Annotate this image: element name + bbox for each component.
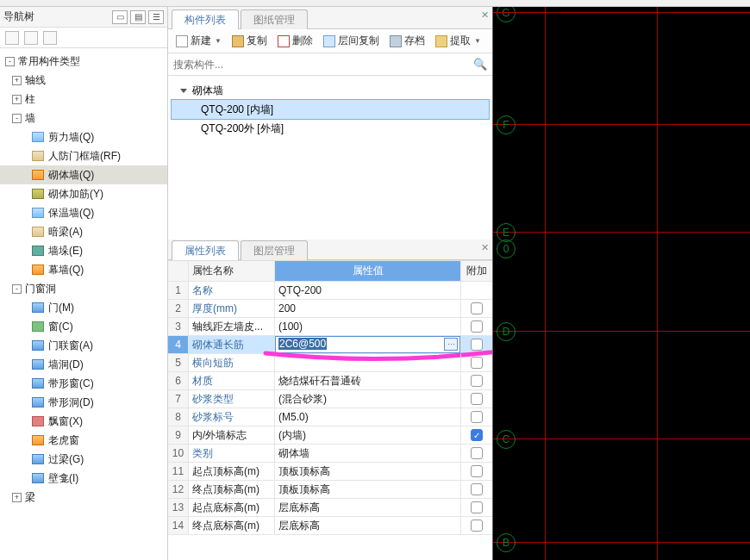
property-value[interactable]: 烧结煤矸石普通砖	[275, 372, 461, 389]
tree-group[interactable]: +梁	[0, 488, 167, 507]
property-attach[interactable]	[461, 481, 492, 498]
property-attach[interactable]	[461, 372, 492, 389]
delete-button[interactable]: 删除	[275, 32, 316, 51]
checkbox[interactable]	[471, 357, 483, 369]
property-row[interactable]: 12终点顶标高(m)顶板顶标高	[168, 481, 492, 499]
property-attach[interactable]	[461, 408, 492, 426]
tree-item[interactable]: 墙垛(E)	[0, 241, 167, 260]
tree-group[interactable]: +柱	[0, 90, 167, 109]
extract-button[interactable]: 提取▼	[433, 32, 484, 51]
property-row[interactable]: 13起点底标高(m)层底标高	[168, 499, 492, 517]
property-row[interactable]: 3轴线距左墙皮...(100)	[168, 318, 492, 336]
nav-view2-icon[interactable]: ▤	[130, 10, 146, 24]
property-row[interactable]: 10类别砌体墙	[168, 445, 492, 463]
property-value[interactable]: 2C6@500⋯	[275, 336, 461, 353]
tab-drawing-manage[interactable]: 图纸管理	[241, 9, 308, 29]
checkbox[interactable]	[471, 375, 483, 387]
tree-item[interactable]: 老虎窗	[0, 431, 167, 450]
property-value[interactable]: 顶板顶标高	[275, 481, 461, 498]
nav-tool-icon[interactable]	[5, 31, 19, 45]
tree-item[interactable]: 墙洞(D)	[0, 355, 167, 374]
property-attach[interactable]	[461, 318, 492, 335]
property-value[interactable]: (M5.0)	[275, 408, 461, 426]
component-tree[interactable]: 砌体墙 QTQ-200 [内墙]QTQ-200外 [外墙]	[168, 76, 492, 240]
component-tree-root[interactable]: 砌体墙	[172, 81, 489, 100]
property-row[interactable]: 6材质烧结煤矸石普通砖	[168, 372, 492, 390]
collapse-icon[interactable]: -	[5, 57, 15, 66]
tree-item[interactable]: 人防门框墙(RF)	[0, 146, 167, 165]
expand-icon[interactable]: +	[12, 493, 22, 502]
tree-item[interactable]: 带形洞(D)	[0, 393, 167, 412]
property-value[interactable]	[275, 354, 461, 371]
property-row[interactable]: 2厚度(mm)200	[168, 300, 492, 318]
property-value[interactable]: 层底标高	[275, 517, 461, 534]
tree-group[interactable]: -门窗洞	[0, 279, 167, 298]
search-icon[interactable]: 🔍	[473, 58, 487, 71]
checkbox[interactable]	[471, 302, 483, 314]
property-row[interactable]: 14终点底标高(m)层底标高	[168, 517, 492, 535]
property-attach[interactable]: ✓	[461, 426, 492, 444]
property-attach[interactable]	[461, 463, 492, 480]
property-attach[interactable]	[461, 354, 492, 371]
nav-tool-icon[interactable]	[24, 31, 38, 45]
tree-item[interactable]: 幕墙(Q)	[0, 260, 167, 279]
property-row[interactable]: 8砂浆标号(M5.0)	[168, 408, 492, 426]
tree-item[interactable]: 过梁(G)	[0, 450, 167, 469]
property-value[interactable]: (混合砂浆)	[275, 390, 461, 408]
component-item[interactable]: QTQ-200 [内墙]	[172, 100, 489, 119]
property-grid[interactable]: 属性名称 属性值 附加 1名称QTQ-2002厚度(mm)2003轴线距左墙皮.…	[168, 260, 492, 560]
tab-layer-manage[interactable]: 图层管理	[241, 240, 308, 260]
checkbox[interactable]	[471, 483, 483, 495]
expand-icon[interactable]	[180, 89, 187, 93]
tree-item[interactable]: 暗梁(A)	[0, 222, 167, 241]
tree-item[interactable]: 门联窗(A)	[0, 336, 167, 355]
tree-item[interactable]: 壁龛(I)	[0, 469, 167, 488]
property-value[interactable]: QTQ-200	[275, 282, 461, 299]
property-value[interactable]: 顶板顶标高	[275, 463, 461, 480]
expand-icon[interactable]: +	[12, 76, 22, 85]
tree-item[interactable]: 飘窗(X)	[0, 412, 167, 431]
cad-viewport[interactable]: GFEDCB0	[493, 7, 750, 560]
nav-view3-icon[interactable]: ☰	[148, 10, 164, 24]
tree-item[interactable]: 剪力墙(Q)	[0, 128, 167, 146]
expand-icon[interactable]: -	[12, 284, 22, 294]
property-value[interactable]: (100)	[275, 318, 461, 335]
tree-group[interactable]: +轴线	[0, 71, 167, 90]
ellipsis-button[interactable]: ⋯	[444, 338, 458, 351]
search-input[interactable]	[173, 55, 473, 74]
checkbox[interactable]	[471, 320, 483, 333]
close-icon[interactable]: ✕	[481, 242, 489, 253]
tree-item[interactable]: 带形窗(C)	[0, 374, 167, 393]
expand-icon[interactable]: +	[12, 95, 22, 104]
property-attach[interactable]	[461, 445, 492, 462]
tree-group[interactable]: -墙	[0, 109, 167, 128]
tree-root[interactable]: -常用构件类型	[0, 52, 167, 71]
property-value[interactable]: 200	[275, 300, 461, 317]
property-value-input[interactable]	[275, 336, 460, 353]
checkbox[interactable]	[471, 465, 483, 477]
tree-item[interactable]: 保温墙(Q)	[0, 203, 167, 222]
layercopy-button[interactable]: 层间复制	[321, 32, 382, 51]
copy-button[interactable]: 复制	[229, 32, 270, 51]
checkbox[interactable]: ✓	[471, 429, 483, 441]
archive-button[interactable]: 存档	[387, 32, 428, 51]
property-attach[interactable]	[461, 336, 492, 353]
checkbox[interactable]	[471, 501, 483, 513]
tab-component-list[interactable]: 构件列表	[172, 9, 239, 29]
property-row[interactable]: 9内/外墙标志(内墙)✓	[168, 426, 492, 445]
property-value[interactable]: (内墙)	[275, 426, 461, 444]
close-icon[interactable]: ✕	[481, 9, 489, 21]
tree-item[interactable]: 窗(C)	[0, 317, 167, 336]
tree-item[interactable]: 砌体墙(Q)	[0, 165, 167, 184]
property-value[interactable]: 层底标高	[275, 499, 461, 516]
tab-property-list[interactable]: 属性列表	[172, 240, 239, 260]
property-row[interactable]: 11起点顶标高(m)顶板顶标高	[168, 463, 492, 481]
new-button[interactable]: 新建▼	[173, 32, 224, 51]
nav-tree[interactable]: -常用构件类型+轴线+柱-墙剪力墙(Q)人防门框墙(RF)砌体墙(Q)砌体加筋(…	[0, 48, 167, 560]
property-value[interactable]: 砌体墙	[275, 445, 461, 462]
property-row[interactable]: 4砌体通长筋2C6@500⋯	[168, 336, 492, 354]
component-item[interactable]: QTQ-200外 [外墙]	[172, 119, 489, 138]
tree-item[interactable]: 门(M)	[0, 298, 167, 317]
property-attach[interactable]	[461, 517, 492, 534]
property-attach[interactable]	[461, 390, 492, 408]
